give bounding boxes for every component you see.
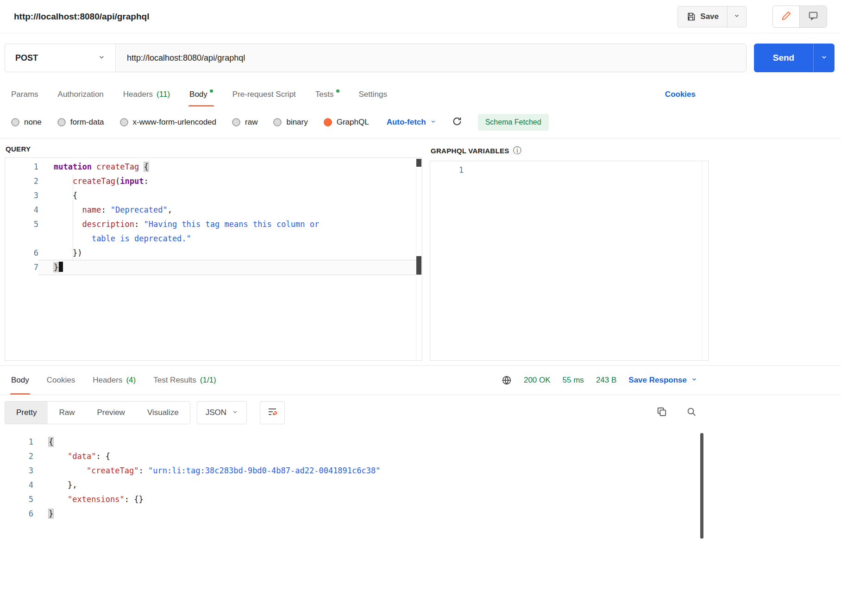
radio-icon [11,118,19,126]
save-icon [686,12,696,21]
save-options-button[interactable] [728,6,746,27]
line-number: 1 [5,160,38,174]
response-time[interactable]: 55 ms [563,376,584,385]
line-number: 3 [0,464,33,478]
line-number: 5 [5,217,38,232]
refresh-schema-button[interactable] [452,116,462,128]
code-line[interactable]: mutation createTag { [38,160,422,174]
response-scrollbar[interactable] [700,433,703,539]
code-line[interactable]: } [38,260,422,275]
body-type-raw[interactable]: raw [232,118,257,127]
send-button-label: Send [773,53,794,63]
line-number: 6 [5,246,38,260]
body-type-x-www-form-urlencoded[interactable]: x-www-form-urlencoded [120,118,216,127]
request-title: http://localhost:8080/api/graphql [14,12,149,22]
response-tab-body[interactable]: Body [11,366,29,395]
code-line[interactable] [464,163,708,177]
auto-fetch-dropdown[interactable]: Auto-fetch [387,118,436,127]
graphql-editors: QUERY 1mutation createTag {2 createTag(i… [0,138,841,365]
line-number: 3 [5,189,38,203]
body-type-binary[interactable]: binary [273,118,308,127]
line-number: 2 [5,174,38,189]
send-button[interactable]: Send [754,44,813,72]
wrap-lines-icon [267,406,278,419]
view-tab-visualize[interactable]: Visualize [136,402,190,424]
code-line[interactable]: table is deprecated." [38,232,422,246]
copy-response-button[interactable] [657,407,667,419]
request-tab-body[interactable]: Body [189,82,213,107]
view-tab-raw[interactable]: Raw [48,402,86,424]
request-tab-authorization[interactable]: Authorization [58,82,104,107]
save-button-group[interactable]: Save [678,6,747,27]
response-tab-cookies[interactable]: Cookies [47,366,75,395]
copy-icon [657,407,667,419]
response-tab-headers[interactable]: Headers(4) [93,366,136,395]
url-control: POST [5,44,747,72]
response-body-viewer[interactable]: 1{2 "data": {3 "createTag": "urn:li:tag:… [0,430,709,616]
auto-fetch-label: Auto-fetch [387,118,426,127]
format-select[interactable]: JSON [197,401,247,424]
code-line[interactable]: "extensions": {} [33,492,709,507]
indent-guide [73,174,73,260]
radio-icon [120,118,128,126]
globe-icon[interactable] [502,375,512,385]
request-tab-pre-request-script[interactable]: Pre-request Script [232,82,296,107]
request-tab-tests[interactable]: Tests [315,82,339,107]
response-size[interactable]: 243 B [596,376,616,385]
code-line[interactable]: } [33,507,709,521]
info-icon[interactable]: ⓘ [513,145,521,156]
response-tab-test-results[interactable]: Test Results(1/1) [153,366,216,395]
body-type-none[interactable]: none [11,118,42,127]
code-line[interactable]: { [38,189,422,203]
code-line[interactable]: description: "Having this tag means this… [38,217,422,232]
code-line[interactable]: createTag(input: [38,174,422,189]
request-tab-settings[interactable]: Settings [359,82,387,107]
line-number: 2 [0,449,33,464]
save-button[interactable]: Save [678,6,727,27]
comment-button[interactable] [800,6,827,27]
request-tab-headers[interactable]: Headers(11) [123,82,170,107]
status-code[interactable]: 200 OK [524,376,551,385]
code-line[interactable]: name: "Deprecated", [38,203,422,217]
line-number [5,232,38,246]
chevron-down-icon [430,118,436,127]
line-number: 5 [0,492,33,507]
query-editor[interactable]: 1mutation createTag {2 createTag(input:3… [5,157,422,361]
code-line[interactable]: }) [38,246,422,260]
schema-status-badge: Schema Fetched [478,114,549,131]
query-scrollbar[interactable] [416,158,422,360]
code-line[interactable]: { [33,435,709,449]
method-select[interactable]: POST [5,44,115,72]
variables-panel-title: GRAPHQL VARIABLES ⓘ [430,143,709,161]
send-options-button[interactable] [813,44,835,72]
search-response-button[interactable] [686,407,697,419]
header-actions-group [772,6,827,28]
view-tab-preview[interactable]: Preview [86,402,136,424]
variables-scrollbar[interactable] [702,161,708,360]
radio-icon [57,118,66,126]
unsaved-dot-icon [210,89,213,93]
response-code: 1{2 "data": {3 "createTag": "urn:li:tag:… [0,435,709,521]
edit-button[interactable] [773,6,800,27]
wrap-lines-button[interactable] [260,401,285,424]
response-tabs: BodyCookiesHeaders(4)Test Results(1/1) 2… [0,366,709,395]
code-line[interactable]: }, [33,478,709,492]
request-tab-params[interactable]: Params [11,82,38,107]
send-button-group: Send [754,44,835,72]
unsaved-dot-icon [336,89,339,93]
body-type-form-data[interactable]: form-data [57,118,104,127]
radio-icon [273,118,282,126]
scrollbar-mark [416,256,421,275]
response-header: BodyCookiesHeaders(4)Test Results(1/1) 2… [0,366,841,395]
format-label: JSON [206,408,226,417]
save-response-button[interactable]: Save Response [628,376,697,385]
url-input[interactable] [115,44,746,72]
variables-editor[interactable]: 1 [430,161,709,361]
chevron-down-icon [691,376,697,385]
text-caret [59,262,63,272]
code-line[interactable]: "createTag": "urn:li:tag:38c283bd-9bd0-4… [33,464,709,478]
code-line[interactable]: "data": { [33,449,709,464]
view-tab-pretty[interactable]: Pretty [5,402,48,424]
body-type-graphql[interactable]: GraphQL [324,118,369,127]
cookies-link[interactable]: Cookies [665,90,696,99]
